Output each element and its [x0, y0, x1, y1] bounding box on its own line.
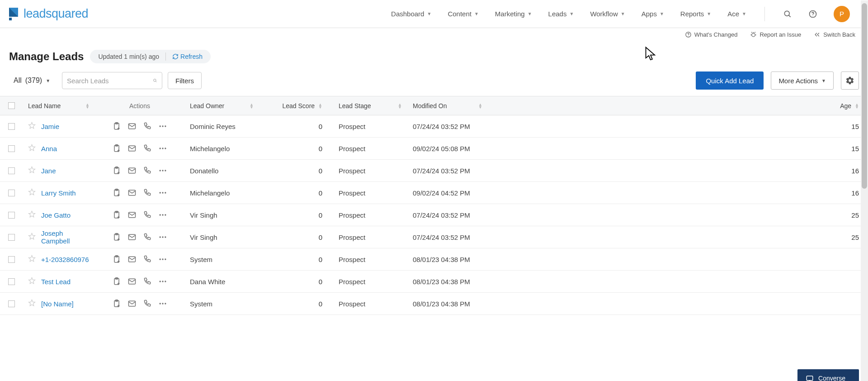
lead-link[interactable]: +1-2032860976 [41, 256, 89, 263]
clipboard-add-icon[interactable] [112, 255, 121, 264]
mail-icon[interactable] [127, 122, 137, 131]
clipboard-add-icon[interactable] [112, 210, 121, 219]
star-icon[interactable] [28, 188, 36, 197]
nav-leads[interactable]: Leads▼ [548, 10, 574, 18]
phone-icon[interactable] [143, 144, 152, 153]
filters-button[interactable]: Filters [168, 72, 202, 89]
col-checkbox[interactable] [0, 102, 23, 109]
col-lead-owner[interactable]: Lead Owner▲▼ [184, 102, 259, 110]
filter-dropdown[interactable]: All (379) ▼ [9, 73, 55, 88]
lead-link[interactable]: Joseph Campbell [41, 229, 90, 245]
mail-icon[interactable] [127, 255, 137, 264]
mail-icon[interactable] [127, 188, 137, 197]
lead-link[interactable]: Joe Gatto [41, 211, 71, 219]
clipboard-add-icon[interactable] [112, 166, 121, 175]
star-icon[interactable] [28, 166, 36, 175]
more-dots-icon[interactable] [158, 144, 167, 153]
scrollbar-thumb[interactable] [862, 3, 867, 189]
mail-icon[interactable] [127, 233, 137, 242]
mail-icon[interactable] [127, 210, 137, 219]
chevron-down-icon: ▼ [46, 78, 50, 83]
lead-link[interactable]: Jane [41, 167, 56, 175]
star-icon[interactable] [28, 122, 36, 131]
phone-icon[interactable] [143, 188, 152, 197]
nav-ace[interactable]: Ace▼ [727, 10, 746, 18]
col-modified-on[interactable]: Modified On▲▼ [407, 102, 488, 110]
chevron-down-icon: ▼ [427, 11, 431, 16]
report-issue-link[interactable]: Report an Issue [750, 31, 801, 38]
help-icon[interactable] [808, 10, 817, 19]
phone-icon[interactable] [143, 233, 152, 242]
row-checkbox[interactable] [0, 234, 23, 241]
row-checkbox[interactable] [0, 212, 23, 219]
gear-icon [845, 76, 854, 85]
row-checkbox[interactable] [0, 145, 23, 152]
brand-logo[interactable]: leadsquared [9, 7, 88, 21]
row-checkbox[interactable] [0, 123, 23, 130]
clipboard-add-icon[interactable] [112, 299, 121, 308]
phone-icon[interactable] [143, 277, 152, 286]
whats-changed-link[interactable]: What's Changed [685, 31, 738, 38]
nav-apps[interactable]: Apps▼ [642, 10, 664, 18]
switch-back-link[interactable]: Switch Back [814, 31, 855, 38]
refresh-link[interactable]: Refresh [172, 53, 203, 60]
lead-link[interactable]: Jamie [41, 123, 59, 130]
search-input[interactable] [67, 77, 153, 85]
more-actions-button[interactable]: More Actions ▼ [771, 71, 834, 90]
star-icon[interactable] [28, 255, 36, 264]
row-checkbox[interactable] [0, 167, 23, 174]
more-dots-icon[interactable] [158, 277, 167, 286]
converse-button[interactable]: Converse [797, 369, 859, 381]
more-dots-icon[interactable] [158, 299, 167, 308]
search-icon[interactable] [783, 10, 792, 19]
mail-icon[interactable] [127, 144, 137, 153]
quick-add-lead-button[interactable]: Quick Add Lead [696, 71, 764, 90]
clipboard-add-icon[interactable] [112, 233, 121, 242]
lead-link[interactable]: Larry Smith [41, 189, 76, 197]
row-checkbox[interactable] [0, 300, 23, 307]
col-lead-score[interactable]: Lead Score▲▼ [259, 102, 333, 110]
nav-reports[interactable]: Reports▼ [680, 10, 711, 18]
row-checkbox[interactable] [0, 190, 23, 196]
more-dots-icon[interactable] [158, 122, 167, 131]
more-dots-icon[interactable] [158, 210, 167, 219]
table-row: AnnaMichelangelo0Prospect09/02/24 05:08 … [0, 138, 868, 160]
cell-lead-name: +1-2032860976 [23, 255, 95, 264]
avatar[interactable]: P [834, 6, 850, 22]
lead-link[interactable]: Anna [41, 145, 57, 152]
star-icon[interactable] [28, 233, 36, 242]
mail-icon[interactable] [127, 166, 137, 175]
phone-icon[interactable] [143, 166, 152, 175]
nav-workflow[interactable]: Workflow▼ [590, 10, 625, 18]
star-icon[interactable] [28, 210, 36, 219]
mail-icon[interactable] [127, 299, 137, 308]
star-icon[interactable] [28, 299, 36, 308]
more-dots-icon[interactable] [158, 188, 167, 197]
more-dots-icon[interactable] [158, 166, 167, 175]
phone-icon[interactable] [143, 122, 152, 131]
star-icon[interactable] [28, 144, 36, 153]
more-dots-icon[interactable] [158, 255, 167, 264]
star-icon[interactable] [28, 277, 36, 286]
mail-icon[interactable] [127, 277, 137, 286]
search-leads-box[interactable] [62, 72, 162, 89]
phone-icon[interactable] [143, 210, 152, 219]
lead-link[interactable]: Test Lead [41, 278, 71, 286]
col-lead-name[interactable]: Lead Name▲▼ [23, 102, 95, 110]
more-dots-icon[interactable] [158, 233, 167, 242]
settings-button[interactable] [841, 71, 859, 90]
row-checkbox[interactable] [0, 256, 23, 263]
clipboard-add-icon[interactable] [112, 188, 121, 197]
clipboard-add-icon[interactable] [112, 144, 121, 153]
nav-marketing[interactable]: Marketing▼ [495, 10, 532, 18]
vertical-scrollbar[interactable] [861, 0, 868, 381]
phone-icon[interactable] [143, 255, 152, 264]
nav-content[interactable]: Content▼ [448, 10, 478, 18]
clipboard-add-icon[interactable] [112, 277, 121, 286]
col-lead-stage[interactable]: Lead Stage▲▼ [333, 102, 407, 110]
lead-link[interactable]: [No Name] [41, 300, 74, 308]
phone-icon[interactable] [143, 299, 152, 308]
nav-dashboard[interactable]: Dashboard▼ [391, 10, 431, 18]
row-checkbox[interactable] [0, 278, 23, 285]
clipboard-add-icon[interactable] [112, 122, 121, 131]
